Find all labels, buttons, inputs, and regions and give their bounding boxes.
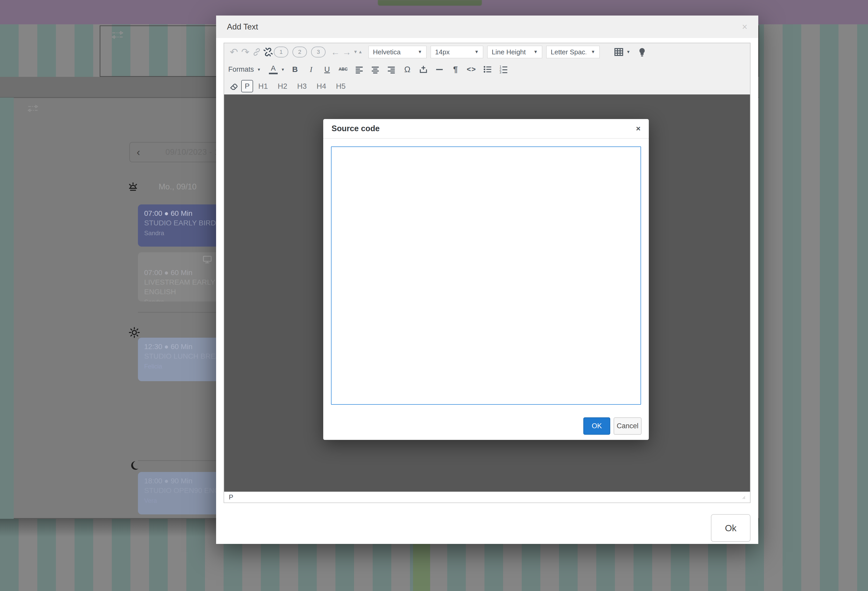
table-dropdown-arrow[interactable]: ▼ <box>624 46 632 58</box>
sort-triangles-icon[interactable]: ▼▲ <box>353 46 364 58</box>
h5-button[interactable]: H5 <box>336 82 345 91</box>
close-icon[interactable]: × <box>742 22 747 32</box>
prev-week-button[interactable]: ‹ <box>137 147 140 157</box>
modal-ok-button[interactable]: Ok <box>711 514 750 542</box>
screen: ‹ 09/10/2023 - 15/ Mo., 09/10 07:00 ● 60… <box>0 0 868 591</box>
resize-handle[interactable] <box>741 494 745 500</box>
editor-toolbar-row-3: P H1 H2 H3 H4 H5 <box>224 78 750 94</box>
close-icon[interactable]: × <box>636 125 641 133</box>
h2-button[interactable]: H2 <box>278 82 287 91</box>
strikethrough-button[interactable]: ABC <box>338 63 349 75</box>
top-green-button[interactable] <box>378 0 482 6</box>
undo-button[interactable]: ↶ <box>228 46 240 58</box>
chevron-down-icon: ▼ <box>586 49 595 55</box>
text-color-dropdown-arrow[interactable]: ▼ <box>279 63 287 75</box>
sunrise-icon <box>127 181 139 194</box>
font-size-select[interactable]: 14px ▼ <box>431 46 483 58</box>
horizontal-rule-button[interactable] <box>434 63 445 75</box>
sun-icon <box>128 326 140 340</box>
svg-text:3: 3 <box>499 71 501 74</box>
source-code-footer: OK Cancel <box>583 417 642 435</box>
lightbulb-icon[interactable] <box>636 46 648 58</box>
transfer-arrows-icon <box>27 103 39 113</box>
bullet-list-button[interactable] <box>482 63 493 75</box>
chevron-down-icon: ▼ <box>257 67 261 72</box>
source-code-header: Source code × <box>323 119 649 139</box>
editor-toolbar-row-2: Formats ▼ A ▼ B I U ABC <box>224 61 750 78</box>
livestream-monitor-icon <box>203 255 212 266</box>
font-family-select[interactable]: Helvetica ▼ <box>369 46 427 58</box>
chevron-down-icon: ▼ <box>470 49 479 55</box>
clear-formatting-eraser-icon[interactable] <box>228 80 240 92</box>
table-icon[interactable] <box>613 46 624 58</box>
editor-toolbar-row-1: ↶ ↷ 1 2 3 <box>224 43 750 61</box>
marker-3-button[interactable]: 3 <box>311 47 326 57</box>
paragraph-block-button[interactable]: P <box>241 80 253 92</box>
moon-icon <box>129 460 140 472</box>
bold-button[interactable]: B <box>289 63 301 75</box>
ok-button[interactable]: OK <box>583 417 610 435</box>
letter-spacing-select[interactable]: Letter Spac... ▼ <box>546 46 599 58</box>
italic-button[interactable]: I <box>306 63 317 75</box>
source-code-title: Source code <box>332 124 379 133</box>
add-text-modal-header: Add Text × <box>216 16 758 38</box>
align-right-button[interactable] <box>385 63 397 75</box>
color-swatch <box>269 73 278 74</box>
formats-select[interactable]: Formats ▼ <box>228 65 261 74</box>
h3-button[interactable]: H3 <box>297 82 307 91</box>
marker-2-button[interactable]: 2 <box>292 47 307 57</box>
unlink-icon[interactable] <box>263 46 274 58</box>
transfer-arrows-icon <box>111 29 124 41</box>
insert-template-icon[interactable] <box>418 63 429 75</box>
element-path-label: P <box>229 493 233 501</box>
h1-button[interactable]: H1 <box>258 82 268 91</box>
editor-status-bar: P <box>224 492 750 503</box>
redo-button[interactable]: ↷ <box>240 46 251 58</box>
underline-button[interactable]: U <box>322 63 333 75</box>
numbered-list-button[interactable]: 1 2 3 <box>498 63 509 75</box>
source-code-button[interactable]: <> <box>466 63 477 75</box>
h4-button[interactable]: H4 <box>316 82 326 91</box>
align-center-button[interactable] <box>369 63 381 75</box>
jump-back-button[interactable]: ← <box>330 46 341 58</box>
text-color-button[interactable]: A <box>267 63 279 75</box>
line-height-select[interactable]: Line Height ▼ <box>487 46 542 58</box>
chevron-down-icon: ▼ <box>529 49 538 55</box>
source-code-textarea[interactable] <box>331 146 641 405</box>
modal-title: Add Text <box>227 22 258 32</box>
align-left-button[interactable] <box>354 63 365 75</box>
link-icon[interactable] <box>251 46 263 58</box>
cancel-button[interactable]: Cancel <box>614 417 642 435</box>
marker-1-button[interactable]: 1 <box>274 47 288 57</box>
jump-forward-button[interactable]: → <box>341 46 353 58</box>
chevron-down-icon: ▼ <box>413 49 422 55</box>
source-code-dialog: Source code × OK Cancel <box>323 119 649 440</box>
special-character-button[interactable]: Ω <box>402 63 413 75</box>
paragraph-mark-button[interactable]: ¶ <box>450 63 461 75</box>
